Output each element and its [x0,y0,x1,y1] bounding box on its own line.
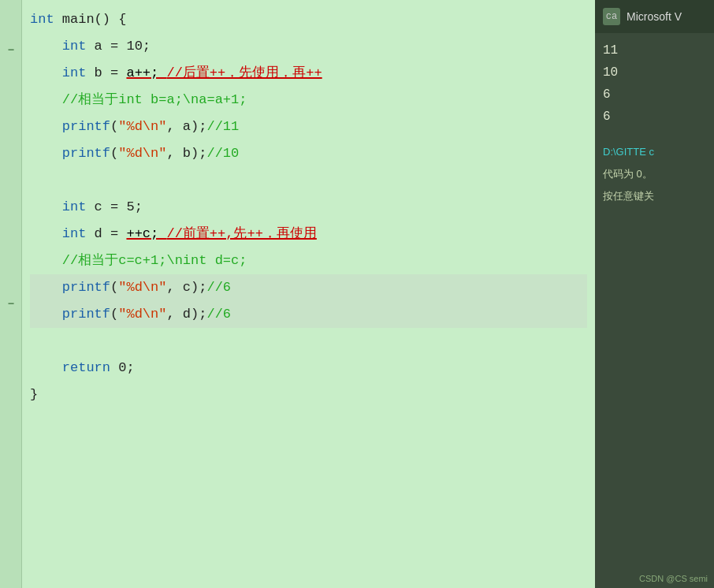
terminal-header: ca Microsoft V [595,0,714,33]
terminal-line-3: 6 [603,84,706,106]
terminal-footer: CSDN @CS semi [639,574,708,583]
terminal-icon-text: ca [606,11,617,22]
code-line-8: int c = 5; [30,194,587,221]
terminal-line-2: 10 [603,61,706,84]
gutter: – – [0,0,22,588]
terminal-output: 11 10 6 6 D:\GITTE c 代码为 0。 按任意键关 [595,33,714,211]
code-line-10: //相当于c=c+1;\nint d=c; [30,247,587,274]
code-line-3: int b = a++; //后置++，先使用，再++ [30,60,587,87]
code-line-2: int a = 10; [30,33,587,60]
code-line-12: printf("%d\n", d);//6 [30,301,587,328]
terminal-line-4: 6 [603,106,706,128]
code-line-blank2 [30,328,587,355]
gutter-marker-1: – [0,36,22,63]
terminal-exit: 代码为 0。 [603,166,706,183]
terminal-prompt: 按任意键关 [603,188,706,205]
code-line-1: int main() { [30,6,587,33]
code-editor-panel: – – int main() { int a = 10; int b = a++… [0,0,595,588]
terminal-title: Microsoft V [627,10,682,23]
terminal-icon: ca [603,8,620,25]
terminal-path: D:\GITTE c [603,143,706,161]
terminal-panel: ca Microsoft V 11 10 6 6 D:\GITTE c 代码为 … [595,0,714,588]
gutter-marker-2: – [0,290,22,317]
code-line-4: //相当于int b=a;\na=a+1; [30,87,587,114]
code-line-5: printf("%d\n", a);//11 [30,114,587,140]
code-line-15: } [30,381,587,408]
code-line-6: printf("%d\n", b);//10 [30,140,587,167]
code-line-11: printf("%d\n", c);//6 [30,274,587,301]
code-line-14: return 0; [30,355,587,381]
code-line-blank1 [30,167,587,194]
code-line-9: int d = ++c; //前置++,先++，再使用 [30,221,587,247]
code-content: int main() { int a = 10; int b = a++; //… [22,0,595,415]
terminal-line-1: 11 [603,39,706,61]
